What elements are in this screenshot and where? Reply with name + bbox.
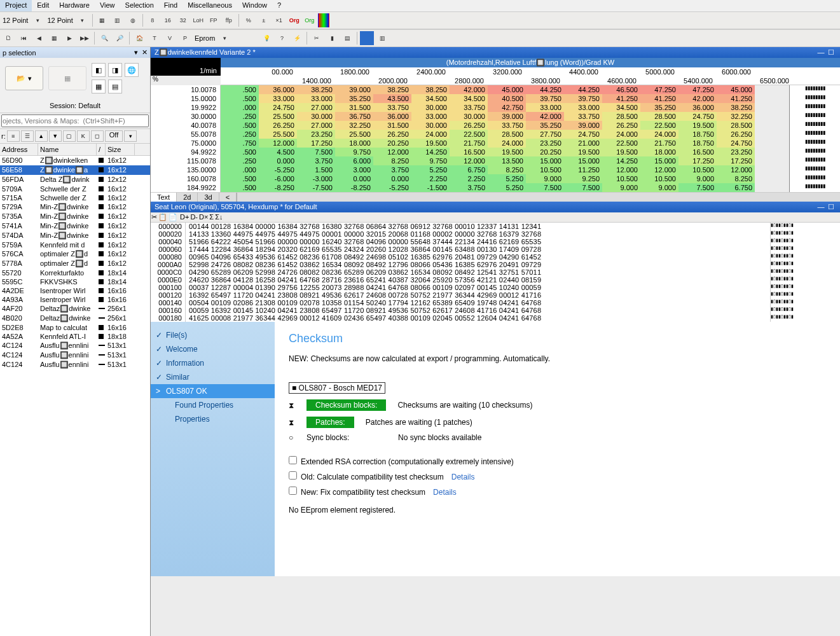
data-cell[interactable]: 0.000 (259, 156, 297, 165)
data-cell[interactable]: .500 (221, 85, 259, 94)
close-icon[interactable]: ✕ (142, 48, 148, 56)
data-cell[interactable]: 17.250 (297, 139, 335, 148)
data-cell[interactable]: 23.250 (717, 148, 755, 156)
eprom-select[interactable]: Eprom (193, 34, 216, 42)
data-cell[interactable]: 30.000 (450, 112, 488, 121)
data-cell[interactable]: 24.000 (640, 130, 678, 139)
hex-row[interactable]: 00008000965 04096 65433 49536 61452 0823… (151, 253, 840, 261)
loh-icon[interactable]: LoH (191, 13, 205, 27)
filter-btn-6[interactable]: K (77, 130, 90, 142)
bars2-icon[interactable]: ▥ (375, 31, 389, 45)
data-cell[interactable]: 5.250 (488, 174, 526, 183)
data-cell[interactable]: 8.250 (373, 156, 411, 165)
filter-btn-4[interactable]: ▼ (49, 130, 62, 142)
data-cell[interactable]: 25.500 (259, 130, 297, 139)
data-cell[interactable]: 19.500 (678, 121, 717, 130)
data-cell[interactable]: 43.500 (373, 94, 411, 103)
ffp-icon[interactable]: ffp (222, 13, 236, 27)
nav-item[interactable]: Information (151, 356, 275, 370)
list-item[interactable]: 5778Aoptimaler Z🔲d16x12 (0, 259, 150, 268)
list-item[interactable]: 5735AMin-Z🔲dwinke16x12 (0, 212, 150, 221)
data-cell[interactable]: 18.000 (335, 139, 373, 148)
data-cell[interactable]: 36.000 (259, 85, 297, 94)
cut-icon[interactable]: ✂ (310, 31, 324, 45)
copy-icon[interactable]: 📋 (158, 213, 167, 221)
tab-back[interactable]: < (219, 193, 237, 202)
maximize-icon[interactable]: ☐ (826, 203, 836, 211)
data-cell[interactable]: 26.250 (259, 121, 297, 130)
map-list[interactable]: Address Name / Size 56D90Z🔲dwinkelken16x… (0, 144, 150, 636)
data-cell[interactable]: 8.250 (488, 165, 526, 174)
data-cell[interactable]: 28.500 (717, 121, 755, 130)
data-cell[interactable]: 10.500 (602, 174, 640, 183)
data-cell[interactable]: 15.000 (564, 156, 602, 165)
nav-item[interactable]: File(s) (151, 328, 275, 342)
data-cell[interactable]: 20.250 (526, 148, 564, 156)
data-cell[interactable]: 35.250 (640, 103, 678, 112)
data-cell[interactable]: 19.500 (411, 139, 450, 148)
data-cell[interactable]: .500 (221, 174, 259, 183)
list-item[interactable]: 55720Korrekturfakto18x14 (0, 268, 150, 277)
data-cell[interactable]: 36.000 (373, 112, 411, 121)
data-cell[interactable]: 42.000 (526, 112, 564, 121)
fwd-icon[interactable]: ▶▶ (78, 31, 92, 45)
dropdown-arrow-icon[interactable]: ▾ (217, 31, 231, 45)
color-icon[interactable] (318, 13, 329, 27)
data-cell[interactable]: 30.000 (297, 112, 335, 121)
data-cell[interactable]: 30.000 (411, 103, 450, 112)
prev-icon[interactable]: ◀ (32, 31, 46, 45)
data-cell[interactable]: 3.750 (450, 183, 488, 192)
chip-button[interactable]: ▦ (48, 66, 86, 90)
data-cell[interactable]: 9.250 (564, 174, 602, 183)
list-item[interactable]: 5595CFKKVSHKS18x14 (0, 277, 150, 286)
col-name[interactable]: Name (38, 144, 97, 155)
data-cell[interactable]: 7.500 (564, 183, 602, 192)
p-icon[interactable]: P (178, 31, 192, 45)
data-cell[interactable]: 12.000 (640, 165, 678, 174)
data-cell[interactable]: .500 (221, 121, 259, 130)
data-cell[interactable]: 28.500 (602, 112, 640, 121)
data-cell[interactable]: 24.000 (488, 139, 526, 148)
data-cell[interactable]: 18.000 (640, 148, 678, 156)
hex-row[interactable]: 00010000037 12287 00004 01390 29756 1225… (151, 284, 840, 291)
data-cell[interactable]: .000 (221, 165, 259, 174)
hex-row[interactable]: 00004051966 64222 45054 51966 00000 0000… (151, 238, 840, 245)
grid-off-icon[interactable]: ▥ (111, 13, 125, 27)
data-cell[interactable]: 45.000 (717, 85, 755, 94)
data-cell[interactable]: 28.500 (488, 130, 526, 139)
data-cell[interactable]: 17.250 (717, 156, 755, 165)
org-icon[interactable]: Org (287, 13, 301, 27)
point-select-2[interactable]: 12 Point (46, 17, 74, 24)
data-cell[interactable]: .500 (221, 148, 259, 156)
search-icon[interactable]: 🔍 (97, 31, 111, 45)
hex-row[interactable]: 00006017444 12284 36864 18294 20320 6216… (151, 245, 840, 253)
data-cell[interactable]: 26.250 (450, 121, 488, 130)
data-cell[interactable]: 23.250 (297, 130, 335, 139)
data-cell[interactable]: 12.000 (373, 148, 411, 156)
data-cell[interactable]: 15.000 (526, 156, 564, 165)
data-cell[interactable]: 6.750 (450, 165, 488, 174)
list-item[interactable]: 4B020Deltaz🔲dwinke256x1 (0, 314, 150, 323)
list-item[interactable]: 56E58Z🔲dwinke🔲a16x12 (0, 165, 150, 175)
data-cell[interactable]: 1.500 (297, 165, 335, 174)
data-cell[interactable]: 46.500 (602, 85, 640, 94)
maximize-icon[interactable]: ☐ (826, 48, 836, 57)
help-icon[interactable]: ? (275, 31, 289, 45)
fill-blue-icon[interactable] (360, 31, 374, 45)
open-folder-button[interactable]: 📂 ▾ (5, 66, 43, 90)
data-cell[interactable]: 16.500 (678, 148, 717, 156)
data-cell[interactable]: 42.000 (450, 85, 488, 94)
tab-3d[interactable]: 3d (198, 193, 219, 202)
data-cell[interactable]: 44.250 (526, 85, 564, 94)
data-cell[interactable]: 26.250 (602, 121, 640, 130)
data-cell[interactable]: -5.250 (373, 183, 411, 192)
data-cell[interactable]: 33.000 (526, 103, 564, 112)
search2-icon[interactable]: 🔎 (113, 31, 127, 45)
data-cell[interactable]: 31.500 (335, 103, 373, 112)
data-cell[interactable]: 9.750 (411, 156, 450, 165)
fp-icon[interactable]: FP (207, 13, 221, 27)
list-item[interactable]: 574DAMin-Z🔲dwinke16x12 (0, 231, 150, 240)
data-cell[interactable]: 39.000 (488, 112, 526, 121)
menu-find[interactable]: Find (159, 0, 182, 11)
data-cell[interactable]: 18.750 (678, 130, 717, 139)
